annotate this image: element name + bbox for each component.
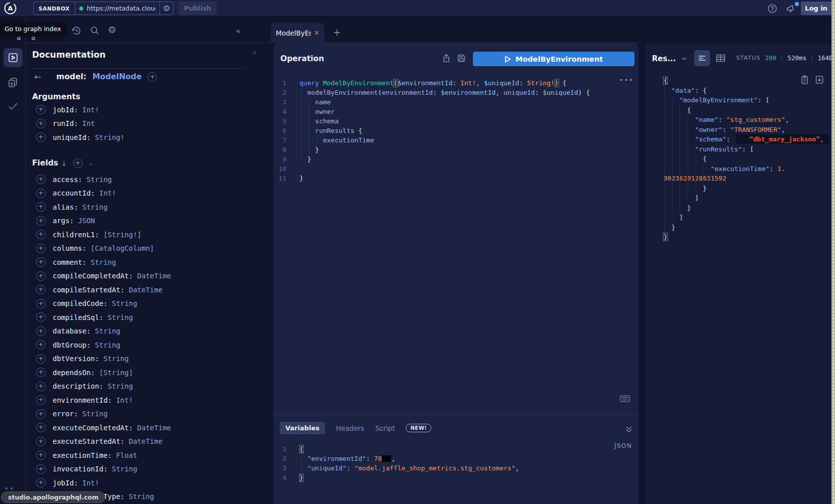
add-to-query-icon[interactable] [36, 395, 46, 405]
field-type[interactable]: String [99, 355, 129, 363]
doc-field-row[interactable]: compiledCode: String [36, 297, 171, 311]
add-to-query-icon[interactable] [36, 230, 46, 239]
code-line[interactable]: 11} [273, 174, 638, 183]
doc-field-row[interactable]: environmentId: Int! [36, 393, 171, 407]
operation-tab-label[interactable]: ModelByEnvi... [276, 29, 311, 37]
add-to-query-icon[interactable] [36, 354, 46, 364]
search-icon[interactable] [89, 25, 100, 36]
graph-index-icon[interactable] [17, 37, 21, 40]
doc-field-row[interactable]: accountId: Int! [36, 187, 171, 201]
sidebar-item-schema[interactable] [4, 73, 23, 92]
add-to-query-icon[interactable] [36, 312, 46, 322]
add-to-query-icon[interactable] [36, 105, 46, 114]
table-view-button[interactable] [715, 53, 726, 63]
code-line[interactable]: 4 owner [273, 107, 638, 116]
operation-tab[interactable]: ModelByEnvi... ✕ [271, 23, 324, 43]
add-to-query-icon[interactable] [36, 368, 46, 377]
field-type[interactable]: String [108, 465, 137, 473]
doc-field-row[interactable]: childrenL1: [String!] [36, 228, 171, 242]
doc-field-row[interactable]: jobId: Int! [36, 476, 171, 490]
code-line[interactable]: } [663, 232, 829, 242]
endpoint-url-field[interactable]: https://metadata.cloud.getd [75, 2, 159, 15]
doc-field-row[interactable]: executionTime: Float [36, 448, 171, 462]
formatted-view-button[interactable] [694, 50, 710, 66]
connection-settings-gear-icon[interactable]: ⚙ [159, 2, 173, 15]
sort-fields-icon[interactable]: ↓ [61, 159, 67, 167]
field-type[interactable]: Int! [112, 396, 133, 404]
code-line[interactable]: 3 "uniqueId": "model.jaffle_shop_metrics… [273, 463, 638, 473]
doc-field-row[interactable]: jobId: Int! [36, 103, 124, 117]
add-to-query-icon[interactable] [36, 326, 46, 336]
doc-field-row[interactable]: compileCompletedAt: DateTime [36, 269, 171, 283]
field-type[interactable]: [String] [95, 369, 133, 377]
code-line[interactable]: 2 "environmentId": 78, [273, 454, 638, 463]
doc-field-row[interactable]: comment: String [36, 255, 171, 269]
add-to-query-icon[interactable] [36, 464, 46, 474]
history-icon[interactable] [71, 25, 82, 36]
add-to-query-icon[interactable] [36, 257, 46, 267]
doc-field-row[interactable]: database: String [36, 324, 171, 339]
add-to-query-icon[interactable] [36, 175, 46, 184]
apollo-logo-icon[interactable]: A [4, 2, 17, 15]
code-line[interactable]: 2 modelByEnvironment(environmentId: $env… [273, 88, 638, 97]
tab-script[interactable]: Script [375, 424, 395, 432]
save-icon[interactable] [456, 53, 466, 63]
code-line[interactable]: 3 name [273, 97, 638, 107]
doc-field-row[interactable]: description: String [36, 380, 171, 394]
field-type[interactable]: JSON [74, 217, 95, 225]
graphql-query-editor[interactable]: 1query ModelByEnvironment($environmentId… [273, 78, 638, 183]
code-line[interactable]: 1{ [273, 444, 638, 454]
code-line[interactable]: 9 } [273, 154, 638, 164]
add-to-query-icon[interactable] [36, 340, 46, 350]
sidebar-item-explorer[interactable] [4, 48, 23, 67]
field-type[interactable]: String [78, 410, 108, 418]
publish-button[interactable]: Publish [179, 2, 217, 15]
doc-field-row[interactable]: access: String [36, 173, 171, 187]
field-type[interactable]: String [78, 203, 108, 211]
run-operation-button[interactable]: ModelByEnvironment [473, 52, 634, 66]
endpoint-url-text[interactable]: https://metadata.cloud.getd [87, 5, 155, 12]
doc-field-row[interactable]: uniqueId: String! [36, 130, 124, 144]
new-tab-icon[interactable]: + [333, 27, 341, 38]
field-type[interactable]: String [82, 176, 112, 184]
doc-field-row[interactable]: columns: [CatalogColumn] [36, 242, 171, 256]
field-type[interactable]: DateTime [124, 286, 162, 294]
code-line[interactable]: "runResults": [ [663, 144, 829, 154]
add-to-query-icon[interactable] [36, 409, 46, 419]
code-line[interactable]: } [663, 223, 829, 233]
field-type[interactable]: Int! [95, 189, 116, 197]
field-type[interactable]: String [124, 492, 154, 500]
settings-gear-icon[interactable]: ⚙ [108, 24, 116, 35]
tab-headers[interactable]: Headers [336, 424, 364, 432]
field-type[interactable]: String [86, 258, 116, 266]
code-line[interactable]: "owner": "TRANSFORMER", [663, 125, 829, 135]
add-to-query-icon[interactable] [36, 285, 46, 294]
field-type[interactable]: [CatalogColumn] [86, 244, 154, 252]
add-all-fields-icon[interactable] [73, 158, 83, 168]
field-type[interactable]: String [103, 313, 133, 321]
doc-field-row[interactable]: dbtVersion: String [36, 352, 171, 366]
code-line[interactable]: 6 runResults { [273, 126, 638, 135]
doc-field-row[interactable]: error: String [36, 407, 171, 421]
field-type[interactable]: String [103, 382, 133, 390]
field-type[interactable]: DateTime [124, 437, 162, 445]
docs-type-name[interactable]: ModelNode [92, 72, 141, 81]
code-line[interactable]: 10 [273, 164, 638, 174]
add-to-query-icon[interactable] [36, 271, 46, 281]
add-to-query-icon[interactable] [36, 478, 46, 487]
code-line[interactable]: "data": { [663, 86, 829, 96]
code-line[interactable]: ] [663, 193, 829, 203]
add-to-query-icon[interactable] [36, 202, 46, 212]
doc-field-row[interactable]: invocationId: String [36, 462, 171, 476]
add-to-query-icon[interactable] [36, 189, 46, 198]
add-to-query-icon[interactable] [36, 299, 46, 308]
back-arrow-icon[interactable]: ← [34, 72, 41, 82]
doc-field-row[interactable]: args: JSON [36, 214, 171, 228]
code-line[interactable]: "schema": “dbt_mary_jackson”, [663, 134, 829, 144]
doc-field-row[interactable]: alias: String [36, 200, 171, 214]
chevron-down-icon[interactable]: ⌄ [89, 160, 93, 166]
code-line[interactable]: { [663, 76, 829, 86]
login-button[interactable]: Log in [801, 2, 831, 15]
doc-field-row[interactable]: dbtGroup: String [36, 338, 171, 352]
code-line[interactable]: 8 } [273, 145, 638, 154]
